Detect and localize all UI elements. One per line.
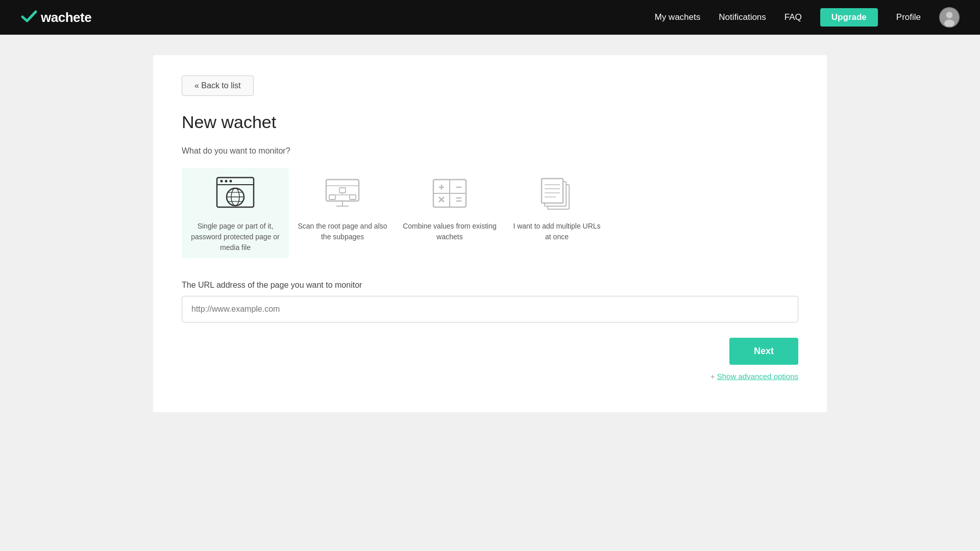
- option-combine-values-label: Combine values from existing wachets: [402, 221, 497, 242]
- svg-point-1: [946, 12, 953, 18]
- advanced-options-wrapper: + Show advanced options: [710, 372, 798, 381]
- option-single-page[interactable]: Single page or part of it, password prot…: [182, 168, 289, 258]
- nav-my-wachets[interactable]: My wachets: [654, 12, 700, 22]
- scan-root-icon: [320, 173, 365, 214]
- upgrade-button[interactable]: Upgrade: [820, 8, 878, 27]
- nav-faq[interactable]: FAQ: [785, 12, 802, 22]
- nav-links: My wachets Notifications FAQ Upgrade Pro…: [654, 7, 960, 28]
- option-single-page-label: Single page or part of it, password prot…: [188, 221, 283, 253]
- nav-profile[interactable]: Profile: [896, 12, 921, 22]
- option-multiple-urls[interactable]: I want to add multiple URLs at once: [503, 168, 610, 258]
- single-page-icon: [212, 173, 258, 214]
- svg-point-7: [230, 180, 232, 183]
- navbar: wachete My wachets Notifications FAQ Upg…: [0, 0, 980, 35]
- logo[interactable]: wachete: [20, 8, 91, 28]
- logo-text: wachete: [41, 10, 91, 26]
- svg-rect-13: [326, 180, 359, 201]
- svg-rect-15: [339, 188, 346, 193]
- url-input[interactable]: [182, 296, 798, 322]
- bottom-actions: Next + Show advanced options: [182, 338, 798, 381]
- advanced-prefix: +: [710, 372, 717, 381]
- svg-rect-16: [329, 195, 335, 199]
- page-title: New wachet: [182, 112, 798, 132]
- back-to-list-button[interactable]: « Back to list: [182, 76, 254, 96]
- avatar[interactable]: [939, 7, 960, 28]
- option-multiple-urls-label: I want to add multiple URLs at once: [509, 221, 604, 242]
- page-wrapper: « Back to list New wachet What do you wa…: [153, 55, 827, 412]
- next-button[interactable]: Next: [729, 338, 798, 365]
- logo-icon: [20, 8, 38, 28]
- svg-rect-17: [350, 195, 356, 199]
- multiple-urls-icon: [534, 173, 580, 214]
- url-label: The URL address of the page you want to …: [182, 281, 798, 290]
- svg-point-5: [220, 180, 223, 183]
- nav-notifications[interactable]: Notifications: [719, 12, 766, 22]
- monitor-question: What do you want to monitor?: [182, 146, 798, 156]
- option-scan-root[interactable]: Scan the root page and also the subpages: [289, 168, 396, 258]
- option-scan-root-label: Scan the root page and also the subpages: [295, 221, 390, 242]
- show-advanced-options-link[interactable]: Show advanced options: [717, 372, 798, 381]
- svg-point-6: [225, 180, 228, 183]
- svg-rect-35: [542, 179, 563, 203]
- monitor-options: Single page or part of it, password prot…: [182, 168, 798, 258]
- combine-values-icon: [427, 173, 473, 214]
- option-combine-values[interactable]: Combine values from existing wachets: [396, 168, 503, 258]
